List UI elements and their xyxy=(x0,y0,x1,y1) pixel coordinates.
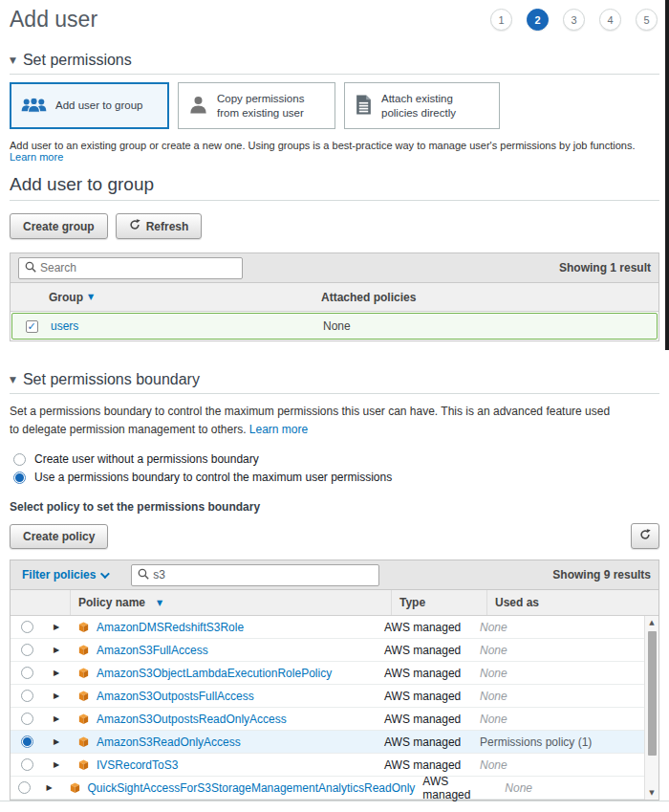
expand-arrow-icon[interactable]: ▶ xyxy=(54,623,59,631)
card-copy-permissions[interactable]: Copy permissions from existing user xyxy=(178,82,335,129)
scrollbar-up-icon[interactable]: ▲ xyxy=(649,616,654,629)
expand-arrow-icon[interactable]: ▶ xyxy=(54,714,59,723)
policy-row-selected[interactable]: ▶ AmazonS3ReadOnlyAccess AWS managed Per… xyxy=(11,731,644,754)
policy-table-scrollbar[interactable]: ▲ ▼ xyxy=(644,616,658,800)
attached-policies-cell: None xyxy=(323,319,657,333)
policy-row[interactable]: ▶ AmazonDMSRedshiftS3Role AWS managed No… xyxy=(11,616,644,639)
step-2-active: 2 xyxy=(527,9,549,31)
divider xyxy=(10,74,659,75)
policy-search[interactable] xyxy=(131,564,379,586)
set-permissions-title: Set permissions xyxy=(23,52,132,69)
expand-arrow-icon[interactable]: ▶ xyxy=(54,691,59,700)
filter-policies-dropdown[interactable]: Filter policies xyxy=(18,568,107,582)
policy-table: Filter policies Showing 9 results Policy… xyxy=(10,560,659,801)
boundary-description: Set a permissions boundary to control th… xyxy=(10,403,621,439)
policy-cube-icon xyxy=(77,735,90,748)
scrollbar-thumb[interactable] xyxy=(648,631,657,756)
expand-arrow-icon[interactable]: ▶ xyxy=(47,783,53,792)
policy-radio[interactable] xyxy=(21,690,33,702)
collapse-triangle-icon[interactable]: ▼ xyxy=(10,375,16,384)
filter-policies-label: Filter policies xyxy=(22,568,96,582)
radio-option-no-boundary[interactable]: Create user without a permissions bounda… xyxy=(10,452,659,466)
policy-row[interactable]: ▶ AmazonS3ObjectLambdaExecutionRolePolic… xyxy=(11,662,644,685)
policy-row[interactable]: ▶ AmazonS3FullAccess AWS managed None xyxy=(11,639,644,662)
policy-name-link[interactable]: AmazonS3ObjectLambdaExecutionRolePolicy xyxy=(97,667,332,680)
help-text: Add user to an existing group or create … xyxy=(10,140,636,151)
row-checkbox-cell: ✓ xyxy=(12,319,51,333)
page-header: Add user 1 2 3 4 5 xyxy=(10,0,659,33)
sort-desc-icon[interactable]: ▼ xyxy=(157,599,162,607)
expand-arrow-icon[interactable]: ▶ xyxy=(54,760,59,769)
add-user-page: Add user 1 2 3 4 5 ▼ Set permissions xyxy=(0,0,669,812)
expand-arrow-icon[interactable]: ▶ xyxy=(54,646,59,654)
step-5: 5 xyxy=(636,9,658,31)
create-policy-button[interactable]: Create policy xyxy=(10,524,108,549)
policy-type: AWS managed xyxy=(377,662,472,684)
step-3: 3 xyxy=(563,9,585,31)
policy-cube-icon xyxy=(77,644,90,656)
group-name-link[interactable]: users xyxy=(51,319,78,333)
permissions-boundary-section-header[interactable]: ▼ Set permissions boundary xyxy=(10,371,659,388)
refresh-policies-button[interactable] xyxy=(631,523,659,549)
policy-radio[interactable] xyxy=(18,781,31,794)
policy-radio-selected[interactable] xyxy=(21,735,33,748)
policy-row[interactable]: ▶ IVSRecordToS3 AWS managed None xyxy=(11,754,644,777)
policy-name-link[interactable]: AmazonS3OutpostsFullAccess xyxy=(97,690,254,703)
policy-name-link[interactable]: AmazonS3ReadOnlyAccess xyxy=(97,735,241,749)
radio-option-use-boundary[interactable]: Use a permissions boundary to control th… xyxy=(10,471,659,484)
policy-name-link[interactable]: AmazonS3OutpostsReadOnlyAccess xyxy=(97,713,287,726)
policy-cube-icon xyxy=(77,621,90,633)
policy-table-body: ▶ AmazonDMSRedshiftS3Role AWS managed No… xyxy=(11,616,658,800)
page-scrollbar-thumb[interactable] xyxy=(665,0,669,350)
card-label: Copy permissions from existing user xyxy=(217,92,325,120)
policy-name-link[interactable]: AmazonDMSRedshiftS3Role xyxy=(97,621,244,634)
policy-radio[interactable] xyxy=(21,758,33,771)
policy-name-link[interactable]: AmazonS3FullAccess xyxy=(97,644,208,657)
sort-desc-icon[interactable]: ▼ xyxy=(88,293,94,301)
page-title: Add user xyxy=(10,7,97,33)
set-permissions-section-header[interactable]: ▼ Set permissions xyxy=(10,52,659,69)
users-checkbox[interactable]: ✓ xyxy=(26,320,38,333)
policy-row[interactable]: ▶ AmazonS3OutpostsReadOnlyAccess AWS man… xyxy=(11,708,644,731)
policy-used-as: None xyxy=(472,662,644,684)
radio-unselected[interactable] xyxy=(13,453,26,466)
policy-search-input[interactable] xyxy=(153,568,373,582)
group-row-users[interactable]: ✓ users None xyxy=(11,313,658,340)
policy-type: AWS managed xyxy=(377,754,472,776)
policy-radio[interactable] xyxy=(21,667,33,679)
expand-arrow-icon[interactable]: ▶ xyxy=(54,669,59,677)
refresh-button[interactable]: Refresh xyxy=(116,213,203,239)
card-attach-policies[interactable]: Attach existing policies directly xyxy=(344,82,500,129)
radio-selected[interactable] xyxy=(13,472,26,484)
create-group-button[interactable]: Create group xyxy=(10,213,108,239)
policy-radio[interactable] xyxy=(21,644,33,656)
group-actions: Create group Refresh xyxy=(10,213,659,239)
select-policy-label: Select policy to set the permissions bou… xyxy=(10,500,659,514)
group-search[interactable] xyxy=(18,257,243,279)
step-4: 4 xyxy=(599,9,621,31)
learn-more-link[interactable]: Learn more xyxy=(249,423,308,436)
policy-name-link[interactable]: IVSRecordToS3 xyxy=(97,758,178,772)
policy-row[interactable]: ▶ QuickSightAccessForS3StorageManagement… xyxy=(11,777,644,800)
policy-cube-icon xyxy=(77,690,90,702)
learn-more-link[interactable]: Learn more xyxy=(10,151,63,163)
policy-radio[interactable] xyxy=(21,713,33,725)
refresh-icon xyxy=(129,219,140,233)
policy-name-column-header[interactable]: Policy name ▼ xyxy=(70,590,391,615)
card-add-user-to-group[interactable]: Add user to group xyxy=(10,82,169,129)
policy-cube-icon xyxy=(77,667,90,679)
group-table-header: Group ▼ Attached policies xyxy=(11,283,658,312)
scrollbar-down-icon[interactable]: ▼ xyxy=(649,786,654,800)
group-search-input[interactable] xyxy=(40,261,236,274)
policy-radio[interactable] xyxy=(21,621,33,633)
policy-name-column-label: Policy name xyxy=(78,596,145,609)
policy-row[interactable]: ▶ AmazonS3OutpostsFullAccess AWS managed… xyxy=(11,685,644,708)
group-column-header[interactable]: Group ▼ xyxy=(49,291,321,304)
policy-name-link[interactable]: QuickSightAccessForS3StorageManagementAn… xyxy=(88,781,416,795)
policy-used-as: None xyxy=(497,777,644,799)
permission-method-cards: Add user to group Copy permissions from … xyxy=(10,82,659,129)
step-indicator: 1 2 3 4 5 xyxy=(490,7,659,31)
expand-arrow-icon[interactable]: ▶ xyxy=(54,737,59,746)
group-users-icon xyxy=(21,96,47,117)
collapse-triangle-icon[interactable]: ▼ xyxy=(10,55,16,65)
